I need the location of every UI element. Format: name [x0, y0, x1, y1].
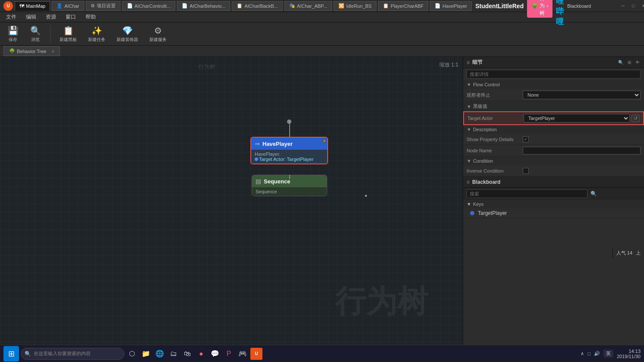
- bb-collapse-icon[interactable]: ≡: [467, 179, 470, 185]
- browse-button[interactable]: 🔍 浏览: [26, 23, 45, 45]
- action-button[interactable]: 🌳 行为树 ›: [527, 0, 552, 18]
- menu-assets[interactable]: 资源: [41, 13, 60, 22]
- minimize-button[interactable]: ─: [619, 3, 627, 9]
- menu-file[interactable]: 文件: [2, 13, 21, 22]
- bb-value-arrow: ▼: [467, 104, 471, 109]
- observer-abort-select[interactable]: None Self LowerPriority Both: [523, 91, 641, 99]
- task-icon: ✨: [92, 25, 102, 36]
- inverse-condition-row: Inverse Condition ✓: [463, 165, 644, 176]
- show-property-details-row: Show Property Details ✓: [463, 134, 644, 145]
- main-area: 行为树 缩放 1:1 行为树 ⇒ HavePlayer HavePlayer. …: [0, 57, 644, 348]
- maximize-button[interactable]: □: [629, 3, 638, 9]
- details-eye-btn[interactable]: 👁: [635, 59, 641, 66]
- have-player-node-body: HavePlayer. Target Actor: TargetPlayer: [251, 150, 327, 164]
- inverse-condition-checkbox[interactable]: ✓: [523, 168, 529, 174]
- msg-btn[interactable]: 💬: [209, 348, 221, 360]
- toolbar-divider-1: [50, 25, 51, 43]
- node-name-input[interactable]: [523, 147, 641, 154]
- bb-icon-1: 📋: [237, 3, 243, 9]
- details-panel-title: 细节: [472, 59, 483, 66]
- store-btn[interactable]: 🛍: [181, 348, 193, 360]
- sequence-node-title: Sequence: [264, 178, 290, 185]
- menu-window[interactable]: 窗口: [61, 13, 80, 22]
- bb-key-dot: [470, 211, 474, 215]
- tab-aicharcont[interactable]: 📄 AICharControlli...: [122, 1, 176, 11]
- ue-taskbar-btn[interactable]: U: [250, 348, 262, 360]
- chrome-btn[interactable]: ●: [195, 348, 207, 360]
- blackboard-panel-title: Blackboard: [472, 179, 500, 185]
- have-player-subtitle: HavePlayer.: [255, 151, 324, 157]
- canvas-area[interactable]: 行为树 缩放 1:1 行为树 ⇒ HavePlayer HavePlayer. …: [0, 57, 463, 348]
- tray-volume-icon[interactable]: 🔊: [594, 351, 600, 356]
- ppt-btn[interactable]: P: [223, 348, 235, 360]
- node-corner-btn[interactable]: ⊕: [322, 139, 326, 143]
- tab-project-settings[interactable]: ⚙ 项目设置: [86, 1, 120, 11]
- bb-search-icon[interactable]: 🔍: [590, 191, 597, 197]
- menu-edit[interactable]: 编辑: [22, 13, 41, 22]
- details-search-input[interactable]: [467, 70, 641, 79]
- description-section[interactable]: ▼ Description: [463, 125, 644, 134]
- observer-abort-label: 观察者终止: [467, 92, 523, 98]
- condition-section[interactable]: ▼ Condition: [463, 157, 644, 165]
- tab-idlerun[interactable]: 🔀 IdleRun_BS: [334, 1, 376, 11]
- save-button[interactable]: 💾 保存: [3, 23, 22, 45]
- tray-lang: 英: [603, 349, 613, 358]
- show-property-details-label: Show Property Details: [467, 137, 523, 142]
- connector-line-top: [289, 122, 290, 138]
- char-icon: 👤: [57, 3, 63, 9]
- bilibili-icon: 哔哩哔哩: [556, 0, 564, 27]
- details-search-btn[interactable]: 🔍: [617, 59, 624, 66]
- details-search-bar: [463, 68, 644, 80]
- new-task-button[interactable]: ✨ 新建任务: [84, 23, 109, 45]
- bt-tab-icon: 🌳: [9, 48, 15, 54]
- tab-aicharb[interactable]: 📄 AICharBehavio...: [177, 1, 230, 11]
- blackboard-value-section[interactable]: ▼ 黑板值: [463, 101, 644, 111]
- new-decorator-button[interactable]: 💎 新建装饰器: [113, 23, 142, 45]
- sequence-icon: ▤: [256, 178, 261, 185]
- taskview-btn[interactable]: ⬡: [126, 348, 138, 360]
- bb-search-input[interactable]: [467, 189, 587, 198]
- edge-btn[interactable]: 🌐: [154, 348, 166, 360]
- node-name-row: Node Name: [463, 145, 644, 157]
- settings-icon: ⚙: [91, 3, 95, 9]
- tray-up-icon[interactable]: ∧: [581, 351, 584, 356]
- tab-playerchar[interactable]: 📋 PlayerCharABF: [378, 1, 428, 11]
- tab-haveplayer[interactable]: 📄 HavePlayer: [430, 1, 472, 11]
- tab-aichar-abp[interactable]: 🎭 AIChar_ABP...: [284, 1, 332, 11]
- blend-icon: 🔀: [338, 3, 344, 9]
- right-panel: ≡ 细节 🔍 ⊞ 👁 ▼ Flow Control 观察者终止 None Sel…: [463, 57, 644, 348]
- close-button[interactable]: ✕: [639, 3, 644, 9]
- blackboard-panel: ≡ Blackboard 🔍 ▼ Keys TargetPlayer 人气 14…: [463, 176, 644, 348]
- windows-icon: ⊞: [8, 349, 15, 359]
- details-grid-btn[interactable]: ⊞: [627, 59, 632, 66]
- tray-desktop-icon[interactable]: □: [587, 351, 590, 356]
- desc-arrow: ▼: [467, 127, 471, 132]
- target-actor-label: Target Actor: [467, 116, 524, 121]
- bt-tab-close[interactable]: ×: [51, 49, 54, 54]
- taskbar-search[interactable]: 🔍 在这里输入你要搜索的内容: [21, 348, 124, 360]
- target-actor-reset-btn[interactable]: ↺: [631, 115, 640, 122]
- bb-key-row: TargetPlayer: [463, 208, 644, 218]
- new-service-button[interactable]: ⚙ 新建服务: [145, 23, 170, 45]
- show-property-details-checkbox[interactable]: ✓: [523, 136, 529, 142]
- file-explorer-btn[interactable]: 📁: [140, 348, 152, 360]
- bb-search-area: 🔍: [463, 188, 644, 200]
- have-player-node[interactable]: ⇒ HavePlayer HavePlayer. Target Actor: T…: [250, 137, 328, 164]
- behavior-tree-tab[interactable]: 🌳 Behavior Tree ×: [3, 46, 60, 56]
- bb-icon-2: 📋: [383, 3, 389, 9]
- taskbar-search-icon: 🔍: [25, 351, 31, 357]
- tab-mainmap[interactable]: 🗺 MainMap: [15, 1, 50, 11]
- target-actor-select[interactable]: TargetPlayer: [524, 114, 630, 123]
- cond-arrow: ▼: [467, 158, 471, 164]
- bb-keys-section[interactable]: ▼ Keys: [463, 200, 644, 208]
- flow-control-section[interactable]: ▼ Flow Control: [463, 80, 644, 89]
- have-player-node-title: HavePlayer: [262, 141, 293, 147]
- start-button[interactable]: ⊞: [3, 346, 19, 362]
- icon9[interactable]: 🎮: [237, 348, 249, 360]
- tab-aichar[interactable]: 👤 AIChar: [52, 1, 84, 11]
- menu-help[interactable]: 帮助: [81, 13, 100, 22]
- tab-aicharbk[interactable]: 📋 AICharBlackB...: [232, 1, 283, 11]
- details-collapse-icon[interactable]: ≡: [467, 60, 470, 66]
- new-blackboard-button[interactable]: 📋 新建黑板: [56, 23, 81, 45]
- folder-btn[interactable]: 🗂: [167, 348, 180, 360]
